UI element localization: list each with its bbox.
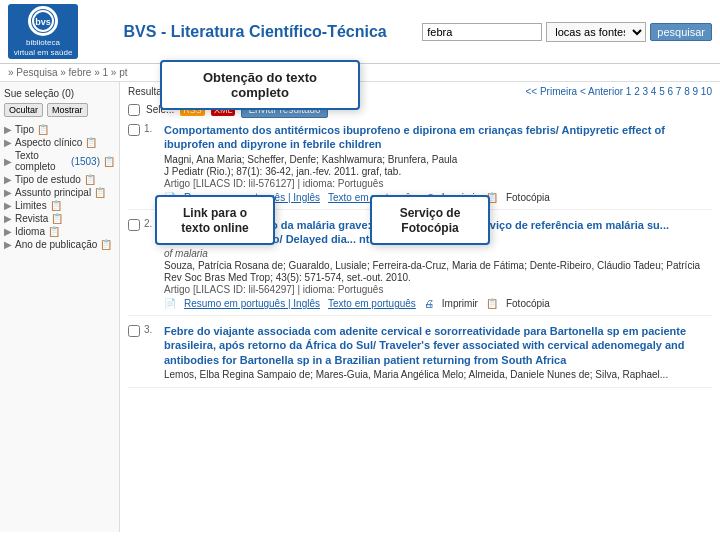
sidebar: Sue seleção (0) Ocultar Mostrar ▶ Tipo 📋…: [0, 82, 120, 532]
article-3-header: 3. Febre do viajante associada com adeni…: [128, 324, 712, 381]
article-2-actions: 📄 Resumo em português | Inglês Texto em …: [164, 298, 712, 309]
assunto-info-icon: 📋: [94, 187, 106, 198]
article-3-checkbox[interactable]: [128, 325, 140, 337]
content-area: Resultados: << Primeira < Anterior 1 2 3…: [120, 82, 720, 532]
article-1-body: Comportamento dos antitérmicos ibuprofen…: [164, 123, 712, 203]
article-2-checkbox[interactable]: [128, 219, 140, 231]
sidebar-item-revista[interactable]: ▶ Revista 📋: [4, 212, 115, 225]
ocultar-mostrar-row: Ocultar Mostrar: [4, 103, 115, 117]
main-layout: Sue seleção (0) Ocultar Mostrar ▶ Tipo 📋…: [0, 82, 720, 532]
fotocopia-link-1[interactable]: Fotocópia: [506, 192, 550, 203]
idioma-icon: ▶: [4, 226, 12, 237]
article-2-authors: Souza, Patrícia Rosana de; Guaraldo, Lus…: [164, 260, 712, 271]
fotocopia-icon-2: 📋: [486, 298, 498, 309]
tooltip-link-online: Link para o texto online: [155, 195, 275, 245]
sidebar-item-tipo-estudo[interactable]: ▶ Tipo de estudo 📋: [4, 173, 115, 186]
ano-icon: ▶: [4, 239, 12, 250]
sidebar-item-aspecto[interactable]: ▶ Aspecto clínico 📋: [4, 136, 115, 149]
article-1-authors: Magni, Ana Maria; Scheffer, Denfe; Kashl…: [164, 154, 712, 165]
article-1-meta: Artigo [LILACS ID: lil-576127] | idioma:…: [164, 178, 712, 189]
revista-icon: ▶: [4, 213, 12, 224]
article-2-journal: Rev Soc Bras Med Trop; 43(5): 571-574, s…: [164, 272, 712, 283]
print-icon-2: 🖨: [424, 298, 434, 309]
select-all-checkbox[interactable]: [128, 104, 140, 116]
article-1-header: 1. Comportamento dos antitérmicos ibupro…: [128, 123, 712, 203]
tooltip-servico-fotocopia: Serviço de Fotocópia: [370, 195, 490, 245]
page-title: BVS - Literatura Científico-Técnica: [88, 23, 422, 41]
sidebar-filters: ▶ Tipo 📋 ▶ Aspecto clínico 📋 ▶ Texto com…: [4, 123, 115, 251]
header: bvs bibliotecavirtual em saúde BVS - Lit…: [0, 0, 720, 64]
texto-info-icon: 📋: [103, 156, 115, 167]
revista-info-icon: 📋: [51, 213, 63, 224]
aspecto-icon: ▶: [4, 137, 12, 148]
limites-icon: ▶: [4, 200, 12, 211]
article-1-journal: J Pediatr (Rio.); 87(1): 36-42, jan.-fev…: [164, 166, 712, 177]
tipo-info-icon: 📋: [37, 124, 49, 135]
locas-fontes-select[interactable]: locas as fontes: [546, 22, 646, 42]
sidebar-item-texto-completo[interactable]: ▶ Texto completo (1503) 📋: [4, 149, 115, 173]
sidebar-item-assunto[interactable]: ▶ Assunto principal 📋: [4, 186, 115, 199]
limites-info-icon: 📋: [50, 200, 62, 211]
tipo-estudo-info-icon: 📋: [84, 174, 96, 185]
pesquisar-button[interactable]: pesquisar: [650, 23, 712, 41]
sidebar-item-tipo[interactable]: ▶ Tipo 📋: [4, 123, 115, 136]
sidebar-item-ano[interactable]: ▶ Ano de publicação 📋: [4, 238, 115, 251]
search-input[interactable]: [422, 23, 542, 41]
logo: bvs bibliotecavirtual em saúde: [8, 4, 78, 59]
header-search-area: locas as fontes pesquisar: [422, 22, 712, 42]
fotocopia-link-2[interactable]: Fotocópia: [506, 298, 550, 309]
ocultar-button[interactable]: Ocultar: [4, 103, 43, 117]
header-title: BVS - Literatura Científico-Técnica: [88, 23, 422, 41]
article-3-authors: Lemos, Elba Regina Sampaio de; Mares-Gui…: [164, 369, 712, 380]
logo-circle: bvs: [28, 6, 58, 36]
resumo-icon-2: 📄: [164, 298, 176, 309]
article-1-checkbox[interactable]: [128, 124, 140, 136]
article-2-meta: Artigo [LILACS ID: lil-564297] | idioma:…: [164, 284, 712, 295]
of-malaria-text: of malaria: [164, 248, 712, 259]
sidebar-item-idioma[interactable]: ▶ Idioma 📋: [4, 225, 115, 238]
print-link-2[interactable]: Imprimir: [442, 298, 478, 309]
article-3-title[interactable]: Febre do viajante associada com adenite …: [164, 324, 712, 367]
breadcrumb: » Pesquisa » febre » 1 » pt: [0, 64, 720, 82]
texto-link-2[interactable]: Texto em português: [328, 298, 416, 309]
tipo-estudo-icon: ▶: [4, 174, 12, 185]
aspecto-info-icon: 📋: [85, 137, 97, 148]
resumo-link-2[interactable]: Resumo em português | Inglês: [184, 298, 320, 309]
tooltip-obtencao: Obtenção do texto completo: [160, 60, 360, 110]
idioma-info-icon: 📋: [48, 226, 60, 237]
logo-text: bibliotecavirtual em saúde: [14, 38, 73, 57]
article-3-body: Febre do viajante associada com adenite …: [164, 324, 712, 381]
ano-info-icon: 📋: [100, 239, 112, 250]
article-item-3: 3. Febre do viajante associada com adeni…: [128, 324, 712, 388]
assunto-icon: ▶: [4, 187, 12, 198]
texto-icon: ▶: [4, 156, 12, 167]
sidebar-item-limites[interactable]: ▶ Limites 📋: [4, 199, 115, 212]
svg-text:bvs: bvs: [35, 17, 51, 27]
sua-selecao: Sue seleção (0): [4, 88, 115, 99]
article-1-title[interactable]: Comportamento dos antitérmicos ibuprofen…: [164, 123, 712, 152]
results-nav: << Primeira < Anterior 1 2 3 4 5 6 7 8 9…: [525, 86, 712, 97]
tipo-icon: ▶: [4, 124, 12, 135]
mostrar-button[interactable]: Mostrar: [47, 103, 88, 117]
